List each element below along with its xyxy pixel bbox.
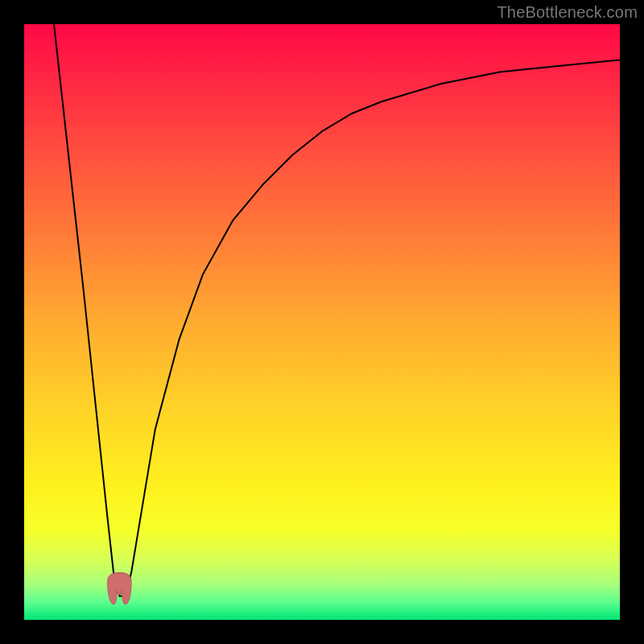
plot-area (24, 24, 620, 620)
bottleneck-curve (24, 24, 620, 620)
watermark-label: TheBottleneck.com (497, 3, 638, 22)
chart-frame: TheBottleneck.com (0, 0, 644, 644)
